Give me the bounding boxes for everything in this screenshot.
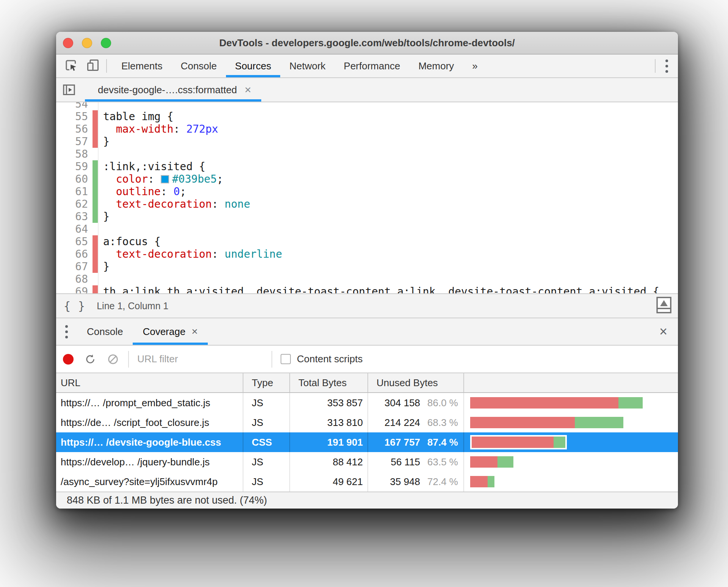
coverage-marker-red xyxy=(93,110,98,123)
line-number[interactable]: 68 xyxy=(56,273,88,285)
coverage-row[interactable]: https://… /prompt_embed_static.jsJS353 8… xyxy=(56,393,678,413)
line-number[interactable]: 58 xyxy=(56,148,88,160)
coverage-total-bytes: 49 621 xyxy=(290,472,368,492)
coverage-summary-text: 848 KB of 1.1 MB bytes are not used. (74… xyxy=(67,495,267,506)
column-header-url[interactable]: URL xyxy=(56,373,243,392)
code-text[interactable]: } xyxy=(98,135,678,148)
code-text[interactable]: color: #039be5; xyxy=(98,173,678,185)
coverage-marker-green xyxy=(93,160,98,173)
color-swatch-icon[interactable] xyxy=(161,175,169,183)
code-line-60: 60 color: #039be5; xyxy=(56,173,678,185)
coverage-total-bytes: 88 412 xyxy=(290,452,368,472)
coverage-marker-green xyxy=(93,173,98,185)
code-text[interactable]: } xyxy=(98,260,678,273)
column-header-total-bytes[interactable]: Total Bytes xyxy=(290,373,368,392)
coverage-marker-red xyxy=(93,135,98,148)
file-tab[interactable]: devsite-google-….css:formatted × xyxy=(85,78,261,102)
tab-more[interactable]: » xyxy=(463,55,486,77)
eject-panel-icon[interactable] xyxy=(656,296,672,316)
zoom-window-button[interactable] xyxy=(101,38,111,48)
line-number[interactable]: 55 xyxy=(56,110,88,123)
coverage-marker-red xyxy=(93,260,98,273)
pretty-print-icon[interactable]: { } xyxy=(64,299,85,313)
line-number[interactable]: 67 xyxy=(56,260,88,273)
code-text[interactable]: table img { xyxy=(98,110,678,123)
devtools-menu-icon[interactable] xyxy=(656,55,678,77)
coverage-row[interactable]: https://develop… /jquery-bundle.jsJS88 4… xyxy=(56,452,678,472)
content-scripts-label[interactable]: Content scripts xyxy=(297,353,362,365)
drawer-tab-console[interactable]: Console xyxy=(77,318,133,345)
code-editor[interactable]: 5455table img {56 max-width: 272px57}585… xyxy=(56,102,678,293)
coverage-row[interactable]: https://de… /script_foot_closure.jsJS313… xyxy=(56,413,678,432)
record-button[interactable] xyxy=(63,354,74,365)
line-number[interactable]: 57 xyxy=(56,135,88,148)
coverage-bar xyxy=(470,456,513,468)
coverage-bar xyxy=(470,476,494,487)
reload-icon[interactable] xyxy=(84,353,96,365)
line-number[interactable]: 66 xyxy=(56,248,88,260)
used-bytes-bar xyxy=(488,476,494,487)
drawer-close-icon[interactable]: × xyxy=(649,318,678,345)
minimize-window-button[interactable] xyxy=(82,38,92,48)
code-text[interactable] xyxy=(98,148,678,160)
coverage-table-body: https://… /prompt_embed_static.jsJS353 8… xyxy=(56,393,678,492)
code-text[interactable]: text-decoration: none xyxy=(98,198,678,210)
code-text[interactable] xyxy=(98,273,678,285)
line-number[interactable]: 69 xyxy=(56,285,88,293)
code-line-65: 65a:focus { xyxy=(56,235,678,248)
line-number[interactable]: 62 xyxy=(56,198,88,210)
code-text[interactable] xyxy=(98,102,678,110)
line-number[interactable]: 61 xyxy=(56,185,88,198)
coverage-marker-green xyxy=(93,185,98,198)
line-number[interactable]: 59 xyxy=(56,160,88,173)
code-line-55: 55table img { xyxy=(56,110,678,123)
coverage-bar xyxy=(470,397,643,409)
code-line-63: 63} xyxy=(56,210,678,223)
url-filter-input[interactable] xyxy=(137,353,262,365)
coverage-type: CSS xyxy=(243,432,290,452)
coverage-row[interactable]: https://… /devsite-google-blue.cssCSS191… xyxy=(56,432,678,452)
code-text[interactable]: text-decoration: underline xyxy=(98,248,678,260)
tab-elements[interactable]: Elements xyxy=(112,55,171,77)
drawer-tab-close-icon[interactable]: × xyxy=(191,326,198,337)
line-number[interactable]: 54 xyxy=(56,102,88,110)
code-text[interactable]: :link,:visited { xyxy=(98,160,678,173)
clear-icon[interactable] xyxy=(107,353,119,365)
line-number[interactable]: 63 xyxy=(56,210,88,223)
code-text[interactable]: a:focus { xyxy=(98,235,678,248)
drawer-tab-label: Console xyxy=(87,326,123,338)
tab-console[interactable]: Console xyxy=(171,55,226,77)
code-text[interactable]: th a:link,th a:visited,.devsite-toast-co… xyxy=(98,285,678,293)
content-scripts-checkbox[interactable] xyxy=(281,354,291,364)
column-header-type[interactable]: Type xyxy=(243,373,290,392)
toolbar-left-icons xyxy=(56,55,106,77)
drawer-menu-icon[interactable] xyxy=(56,318,77,345)
tab-network[interactable]: Network xyxy=(280,55,334,77)
code-text[interactable] xyxy=(98,223,678,235)
code-text[interactable]: outline: 0; xyxy=(98,185,678,198)
code-line-59: 59:link,:visited { xyxy=(56,160,678,173)
coverage-bar xyxy=(470,417,623,428)
inspect-element-icon[interactable] xyxy=(64,58,78,74)
column-header-unused-bytes[interactable]: Unused Bytes xyxy=(368,373,464,392)
device-toolbar-icon[interactable] xyxy=(86,58,100,74)
file-tab-close-icon[interactable]: × xyxy=(245,84,251,95)
code-text[interactable]: } xyxy=(98,210,678,223)
tab-memory[interactable]: Memory xyxy=(409,55,463,77)
coverage-marker-green xyxy=(93,198,98,210)
coverage-url: https://… /prompt_embed_static.js xyxy=(56,393,243,413)
line-number[interactable]: 65 xyxy=(56,235,88,248)
unused-bytes-bar xyxy=(470,417,575,428)
line-number[interactable]: 56 xyxy=(56,123,88,135)
coverage-row[interactable]: /async_survey?site=ylj5ifxusvvmr4pJS49 6… xyxy=(56,472,678,492)
tab-performance[interactable]: Performance xyxy=(335,55,410,77)
close-window-button[interactable] xyxy=(63,38,73,48)
line-number[interactable]: 60 xyxy=(56,173,88,185)
navigator-toggle-icon[interactable] xyxy=(56,78,83,102)
tab-sources[interactable]: Sources xyxy=(226,55,280,77)
drawer-tab-coverage[interactable]: Coverage× xyxy=(133,318,207,345)
drawer-tab-bar: ConsoleCoverage× × xyxy=(56,318,678,346)
code-text[interactable]: max-width: 272px xyxy=(98,123,678,135)
line-number[interactable]: 64 xyxy=(56,223,88,235)
coverage-type: JS xyxy=(243,393,290,413)
